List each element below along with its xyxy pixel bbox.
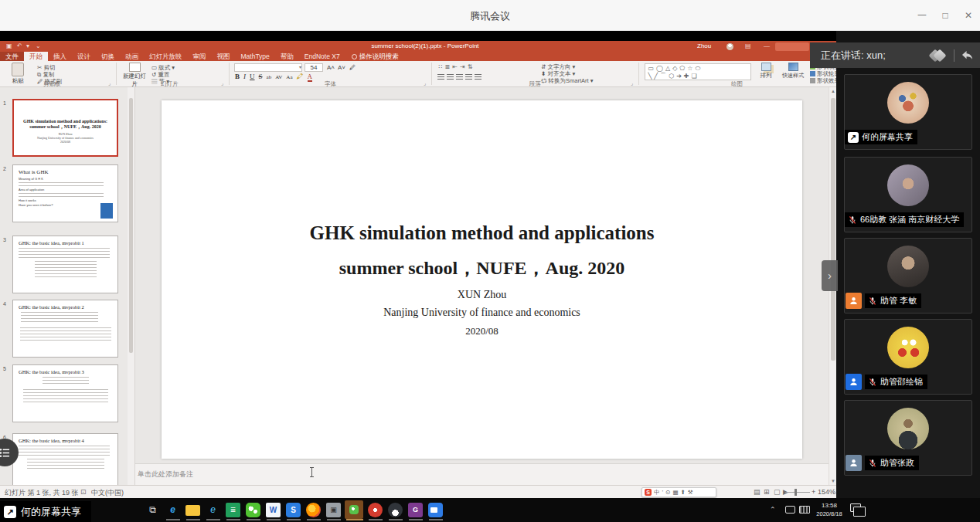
numbering-icon[interactable]: ≣ [445, 63, 451, 70]
new-slide-button[interactable]: 新建幻灯片 [121, 63, 148, 88]
file-explorer-icon[interactable] [185, 505, 200, 516]
text-shadow-icon[interactable]: ab [267, 74, 272, 80]
docs-app-icon[interactable]: W [266, 503, 281, 517]
font-color-icon[interactable]: A [308, 73, 313, 82]
participant-tile-2[interactable]: 66助教 张涵 南京财经大学 [844, 157, 972, 232]
ppt-minimize-icon[interactable]: — [764, 41, 770, 52]
qq-icon[interactable] [388, 503, 403, 517]
game-app-icon[interactable]: G [408, 503, 423, 517]
participant-tile-3[interactable]: 助管 李敏 [844, 238, 972, 314]
tab-design[interactable]: 设计 [72, 52, 96, 61]
ime-punct-icon[interactable]: ’ [662, 489, 664, 496]
qat-more-icon[interactable]: ⌄ [36, 41, 41, 52]
slide-thumbnail-2[interactable]: What is GHK Meaning of G H K Area of app… [12, 164, 118, 222]
justify-icon[interactable] [465, 74, 472, 80]
sogou-logo-icon[interactable]: S [645, 489, 652, 496]
slides-dialog-launcher[interactable]: ⌟ [221, 80, 223, 86]
quick-styles-button[interactable]: 快速样式 [779, 63, 807, 80]
task-view-icon[interactable]: ⧉ [145, 503, 160, 517]
paste-button[interactable]: 粘贴 [5, 63, 31, 85]
arrange-button[interactable]: 排列 [754, 63, 778, 80]
reply-arrow-icon[interactable] [961, 49, 974, 61]
slide-thumbnail-5[interactable]: GHK: the basic idea, mvprobit 3 [12, 364, 118, 422]
scroll-up-icon[interactable]: ▲ [829, 89, 836, 93]
internet-explorer-icon[interactable]: e [206, 503, 220, 517]
grow-font-icon[interactable]: A˄ [327, 64, 335, 71]
account-avatar[interactable] [726, 43, 733, 50]
redo-icon[interactable]: ▾ [26, 41, 29, 52]
slide-thumbnail-4[interactable]: GHK: the basic idea, mvprobit 2 [12, 300, 118, 358]
convert-smartart-button[interactable]: ⮔ 转换为SmartArt ▾ [541, 78, 594, 84]
save-icon[interactable]: ▣ [6, 41, 12, 52]
participant-tile-4[interactable]: 助管邵绘锦 [844, 319, 972, 395]
slide-editing-area[interactable]: GHK simulation method and applications s… [135, 87, 829, 485]
bullets-icon[interactable]: ∷ [439, 63, 443, 70]
tab-transitions[interactable]: 切换 [96, 52, 120, 61]
normal-view-icon[interactable]: ▤ [754, 488, 761, 496]
slide-thumbnail-6[interactable]: GHK: the basic idea, mvprobit 4 [12, 433, 118, 491]
participant-tile-share[interactable]: ↗ 何的屏幕共享 [844, 74, 972, 150]
clipboard-dialog-launcher[interactable]: ⌟ [108, 80, 111, 86]
undo-icon[interactable]: ↶ [17, 41, 22, 52]
firefox-icon[interactable] [306, 503, 321, 517]
text-direction-button[interactable]: ⇵ 文字方向 ▾ [541, 64, 575, 70]
font-size-combobox[interactable]: 54 [305, 63, 323, 72]
columns-icon[interactable] [475, 74, 481, 80]
tray-clock[interactable]: 13:58 2020/8/18 [812, 501, 847, 518]
paragraph-dialog-launcher[interactable]: ⌟ [631, 80, 633, 86]
tab-home[interactable]: 开始 [24, 52, 48, 61]
tab-view[interactable]: 视图 [212, 52, 236, 61]
ime-tool-icon[interactable]: ⚒ [688, 489, 693, 496]
zoom-slider[interactable] [785, 492, 810, 493]
tray-chat-icon[interactable] [785, 506, 795, 514]
tell-me-search[interactable]: 操作说明搜索 [352, 52, 399, 61]
tab-review[interactable]: 审阅 [188, 52, 212, 61]
font-dialog-launcher[interactable]: ⌟ [424, 80, 426, 86]
ime-up-icon[interactable]: ⬆ [681, 489, 686, 496]
tab-slideshow[interactable]: 幻灯片放映 [144, 52, 188, 61]
language-status[interactable]: 中文(中国) [91, 488, 124, 498]
clear-format-icon[interactable]: 🖉 [349, 64, 356, 71]
char-spacing-icon[interactable]: AV [275, 74, 282, 80]
tab-animations[interactable]: 动画 [120, 52, 144, 61]
tray-screenshare-icon[interactable] [850, 503, 861, 512]
zoom-in-icon[interactable]: + [812, 488, 815, 496]
shapes-gallery[interactable]: ▭◯△◇⬠☆⬭ ╲╱⌒⬡➔✚❏ [645, 63, 751, 80]
spellcheck-icon[interactable]: ⊡ [80, 488, 87, 496]
change-case-icon[interactable]: Aa [286, 74, 292, 80]
slide-thumbnail-1[interactable]: GHK simulation method and applications: … [12, 99, 118, 157]
align-right-icon[interactable] [456, 74, 463, 80]
bold-icon[interactable]: B [235, 73, 240, 80]
zoom-slider-knob[interactable] [795, 489, 797, 496]
sogou-input-bar[interactable]: S 中 ’ ⊙ ▦ ⬆ ⚒ [641, 487, 716, 497]
tab-insert[interactable]: 插入 [48, 52, 72, 61]
notes-app-icon[interactable]: ≣ [226, 503, 240, 517]
notes-pane[interactable]: 单击此处添加备注 [135, 463, 829, 485]
strikethrough-icon[interactable]: S [259, 73, 263, 80]
slide-canvas[interactable]: GHK simulation method and applications s… [162, 100, 802, 459]
ime-emoji-icon[interactable]: ⊙ [665, 489, 670, 496]
close-button[interactable]: ✕ [958, 7, 978, 24]
italic-icon[interactable]: I [243, 73, 246, 80]
tray-expand-icon[interactable]: ⌃ [770, 506, 776, 514]
thumbnail-scrollbar[interactable] [128, 87, 134, 485]
maximize-button[interactable]: □ [935, 7, 955, 24]
sogou-taskbar-icon[interactable]: S [286, 503, 301, 517]
tab-file[interactable]: 文件 [0, 52, 24, 61]
increase-indent-icon[interactable]: ⇥ [460, 63, 465, 70]
align-center-icon[interactable] [447, 74, 454, 80]
line-spacing-icon[interactable]: ⇅ [468, 63, 473, 70]
ime-mode-icon[interactable]: 中 [654, 489, 660, 497]
participant-tile-5[interactable]: 助管张政 [844, 400, 972, 476]
tab-endnote[interactable]: EndNote X7 [299, 52, 345, 61]
align-left-icon[interactable] [437, 74, 444, 80]
underline-icon[interactable]: U [250, 73, 255, 80]
meeting-blue-app-icon[interactable] [428, 503, 443, 517]
slide-sorter-icon[interactable]: ⊞ [764, 488, 770, 496]
shape-outline-button[interactable]: 形状轮廓 [810, 71, 836, 77]
highlight-icon[interactable]: 🖍 [297, 73, 304, 80]
tab-help[interactable]: 帮助 [275, 52, 299, 61]
align-text-button[interactable]: ⬍ 对齐文本 ▾ [541, 71, 575, 77]
font-name-combobox[interactable]: ▾ [234, 63, 302, 72]
minimize-button[interactable]: 一 [912, 7, 932, 24]
